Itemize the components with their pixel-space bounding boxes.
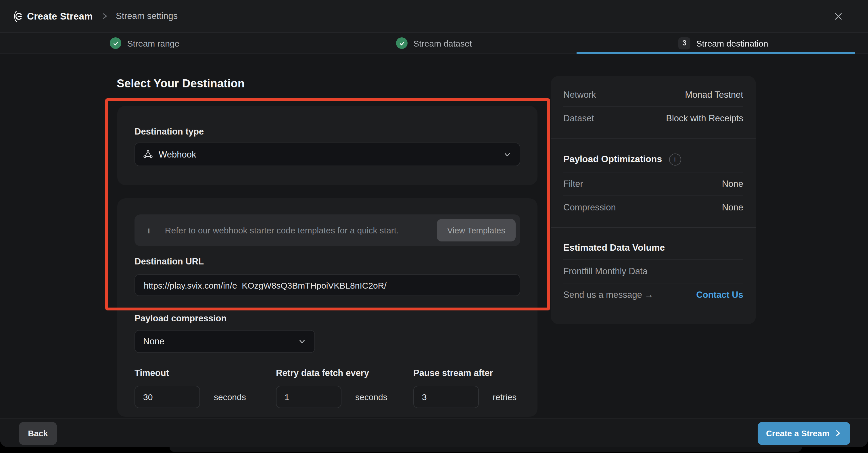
pause-input[interactable]: 3 xyxy=(413,386,479,408)
timeout-label: Timeout xyxy=(134,368,246,378)
step-stream-dataset[interactable]: Stream dataset xyxy=(289,33,579,54)
contact-us-link[interactable]: Contact Us xyxy=(696,290,743,300)
section-divider xyxy=(551,227,756,228)
destination-type-card: Destination type Webhook xyxy=(117,106,537,185)
stepper: Stream range Stream dataset 3 Stream des… xyxy=(0,33,868,54)
destination-url-value: https://play.svix.com/in/e_KOzgW8sQ3BmTH… xyxy=(144,280,386,290)
destination-type-value: Webhook xyxy=(159,149,196,159)
breadcrumb: Stream settings xyxy=(116,11,178,21)
banner-text: Refer to our webhook starter code templa… xyxy=(165,225,399,235)
retry-unit: seconds xyxy=(355,392,388,402)
section-divider xyxy=(551,138,756,139)
retry-input[interactable]: 1 xyxy=(276,386,341,408)
step-label: Stream destination xyxy=(696,38,768,48)
breadcrumb-chevron-icon xyxy=(100,12,108,20)
info-icon: i xyxy=(148,225,150,235)
back-button[interactable]: Back xyxy=(19,422,57,445)
pause-label: Pause stream after xyxy=(413,368,517,378)
timeout-unit: seconds xyxy=(214,392,246,402)
header: Create Stream Stream settings xyxy=(0,0,868,33)
step-stream-range[interactable]: Stream range xyxy=(0,33,289,54)
check-icon xyxy=(110,37,121,49)
close-icon[interactable] xyxy=(832,10,844,22)
chevron-down-icon xyxy=(298,338,306,345)
estimated-data-volume-header: Estimated Data Volume xyxy=(563,236,743,259)
chevron-right-icon xyxy=(834,429,842,437)
sqd-logo-icon xyxy=(12,8,23,24)
step-stream-destination[interactable]: 3 Stream destination xyxy=(579,33,868,54)
retry-field: Retry data fetch every 1 seconds xyxy=(276,368,388,408)
summary-row-network: Network Monad Testnet xyxy=(563,83,743,107)
destination-url-label: Destination URL xyxy=(134,256,204,267)
payload-optimizations-header: Payload Optimizations i xyxy=(563,147,743,172)
page-title: Create Stream xyxy=(27,11,93,22)
create-stream-button[interactable]: Create a Stream xyxy=(757,422,850,445)
timeout-field: Timeout 30 seconds xyxy=(134,368,246,408)
main-content: Select Your Destination Destination type… xyxy=(0,54,868,419)
step-label: Stream range xyxy=(127,38,179,48)
payload-compression-value: None xyxy=(143,336,164,346)
footer: Back Create a Stream xyxy=(0,419,868,447)
step-label: Stream dataset xyxy=(413,38,472,48)
create-stream-modal: Create Stream Stream settings Stream ran… xyxy=(0,0,868,447)
pause-field: Pause stream after 3 retries xyxy=(413,368,517,408)
summary-row-filter: Filter None xyxy=(563,172,743,195)
destination-type-select[interactable]: Webhook xyxy=(134,143,520,166)
destination-type-label: Destination type xyxy=(134,126,204,137)
timeout-input[interactable]: 30 xyxy=(134,386,200,408)
pause-unit: retries xyxy=(493,392,517,402)
page-heading: Select Your Destination xyxy=(117,77,245,90)
view-templates-button[interactable]: View Templates xyxy=(437,219,516,241)
summary-row-compression: Compression None xyxy=(563,195,743,219)
webhook-templates-banner: i Refer to our webhook starter code temp… xyxy=(134,214,520,246)
info-icon[interactable]: i xyxy=(669,153,681,165)
payload-compression-label: Payload compression xyxy=(134,313,226,324)
contact-row: Send us a message → Contact Us xyxy=(563,283,743,306)
destination-url-input[interactable]: https://play.svix.com/in/e_KOzgW8sQ3BmTH… xyxy=(134,274,520,296)
summary-row-dataset: Dataset Block with Receipts xyxy=(563,107,743,130)
destination-settings-card: i Refer to our webhook starter code temp… xyxy=(117,198,537,417)
retry-label: Retry data fetch every xyxy=(276,368,388,378)
check-icon xyxy=(396,37,408,49)
chevron-down-icon xyxy=(503,151,511,158)
frontfill-row: Frontfill Monthly Data xyxy=(563,259,743,283)
payload-compression-select[interactable]: None xyxy=(134,330,315,353)
step-number-badge: 3 xyxy=(679,37,691,49)
summary-panel: Network Monad Testnet Dataset Block with… xyxy=(551,76,756,324)
webhook-icon xyxy=(143,149,153,159)
